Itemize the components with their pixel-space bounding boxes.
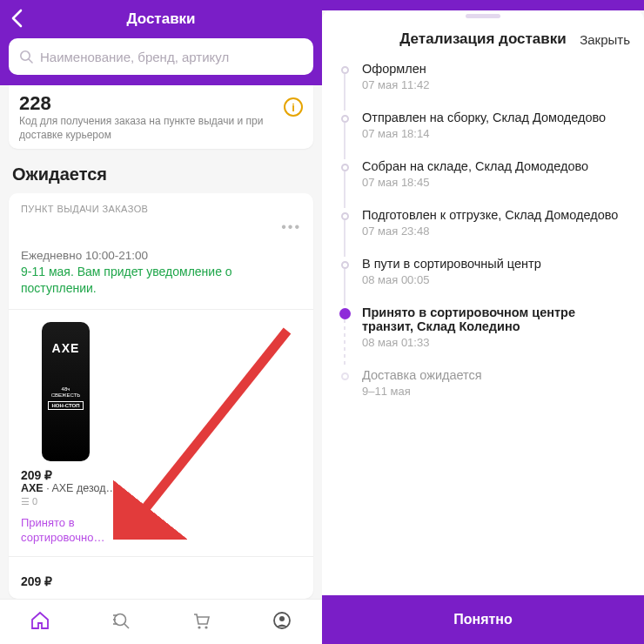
pvz-label: ПУНКТ ВЫДАЧИ ЗАКАЗОВ	[21, 204, 301, 214]
confirm-button[interactable]: Понятно	[322, 595, 644, 644]
delivery-details-sheet: Детализация доставки Закрыть Оформлен07 …	[322, 0, 644, 644]
search-icon	[19, 50, 33, 64]
event-time: 07 мая 23:48	[362, 225, 628, 238]
event-title: Подготовлен к отгрузке, Склад Домодедово	[362, 208, 628, 222]
section-title: Ожидается	[0, 159, 322, 193]
event-title: Оформлен	[362, 62, 628, 76]
pvz-hours: Ежедневно 10:00-21:00	[21, 249, 301, 262]
sheet-header: Детализация доставки Закрыть	[322, 18, 644, 62]
pickup-code-desc: Код для получения заказа на пункте выдач…	[19, 115, 278, 142]
deliveries-screen: Доставки 228 Код для получения заказа на…	[0, 0, 322, 644]
timeline-dot	[341, 164, 349, 171]
page-title: Доставки	[126, 10, 195, 28]
product-image: AXE 48чСВЕЖЕСТЬ НОН-СТОП	[42, 322, 90, 461]
timeline-dot	[341, 212, 349, 220]
event-title: Принято в сортировочном центре транзит, …	[362, 305, 628, 333]
svg-point-8	[198, 626, 201, 628]
timeline-event: Доставка ожидается9–11 мая	[338, 368, 628, 417]
event-time: 07 мая 18:45	[362, 176, 628, 189]
search-field[interactable]	[40, 50, 303, 64]
item-price: 209 ₽	[21, 468, 132, 482]
order-total: 209 ₽	[21, 574, 301, 588]
order-item[interactable]: AXE 48чСВЕЖЕСТЬ НОН-СТОП 209 ₽ AXE · AXE…	[21, 322, 132, 546]
event-time: 9–11 мая	[362, 385, 628, 398]
tab-home[interactable]	[30, 610, 50, 634]
content-scroll[interactable]: 228 Код для получения заказа на пункте в…	[0, 85, 322, 644]
tab-profile[interactable]	[272, 610, 292, 634]
header: Доставки	[0, 0, 322, 85]
timeline-dot	[341, 66, 349, 74]
pickup-code: 228	[19, 92, 278, 115]
event-title: Собран на складе, Склад Домодедово	[362, 159, 628, 173]
timeline-dot	[339, 308, 351, 319]
svg-point-9	[205, 626, 208, 628]
item-qty: ☰ 0	[21, 496, 132, 507]
event-title: В пути в сортировочный центр	[362, 257, 628, 271]
tab-cart[interactable]	[191, 610, 211, 634]
svg-line-4	[124, 624, 129, 628]
event-title: Отправлен на сборку, Склад Домодедово	[362, 111, 628, 124]
item-status[interactable]: Принято всортировочно…	[21, 516, 132, 546]
svg-line-1	[29, 59, 32, 63]
tab-search[interactable]	[111, 610, 131, 634]
item-brand: AXE · AXE дезод…	[21, 482, 132, 494]
event-time: 07 мая 11:42	[362, 78, 628, 91]
timeline-event: В пути в сортировочный центр08 мая 00:05	[338, 257, 628, 305]
timeline-event: Принято в сортировочном центре транзит, …	[338, 305, 628, 368]
timeline-event: Подготовлен к отгрузке, Склад Домодедово…	[338, 208, 628, 257]
timeline-event: Оформлен07 мая 11:42	[338, 62, 628, 111]
event-time: 08 мая 01:33	[362, 336, 628, 349]
svg-point-11	[279, 616, 285, 621]
timeline-dot	[341, 372, 349, 380]
pickup-point-card: ПУНКТ ВЫДАЧИ ЗАКАЗОВ ••• Ежедневно 10:00…	[9, 193, 313, 599]
timeline-event: Собран на складе, Склад Домодедово07 мая…	[338, 159, 628, 208]
event-time: 07 мая 18:14	[362, 127, 628, 140]
event-time: 08 мая 00:05	[362, 273, 628, 286]
pvz-eta: 9-11 мая. Вам придет уведомление о посту…	[21, 264, 301, 297]
timeline-dot	[341, 261, 349, 269]
sheet-title: Детализация доставки	[399, 30, 566, 48]
pickup-code-card: 228 Код для получения заказа на пункте в…	[9, 85, 313, 149]
tab-bar	[0, 599, 322, 644]
timeline-dot	[341, 115, 349, 123]
search-input[interactable]	[9, 38, 313, 75]
back-icon[interactable]	[10, 9, 23, 31]
timeline: Оформлен07 мая 11:42Отправлен на сборку,…	[322, 62, 644, 595]
more-icon[interactable]: •••	[281, 219, 301, 235]
close-button[interactable]: Закрыть	[580, 32, 630, 47]
timeline-event: Отправлен на сборку, Склад Домодедово07 …	[338, 111, 628, 159]
info-icon[interactable]: i	[284, 97, 303, 117]
event-title: Доставка ожидается	[362, 368, 628, 382]
